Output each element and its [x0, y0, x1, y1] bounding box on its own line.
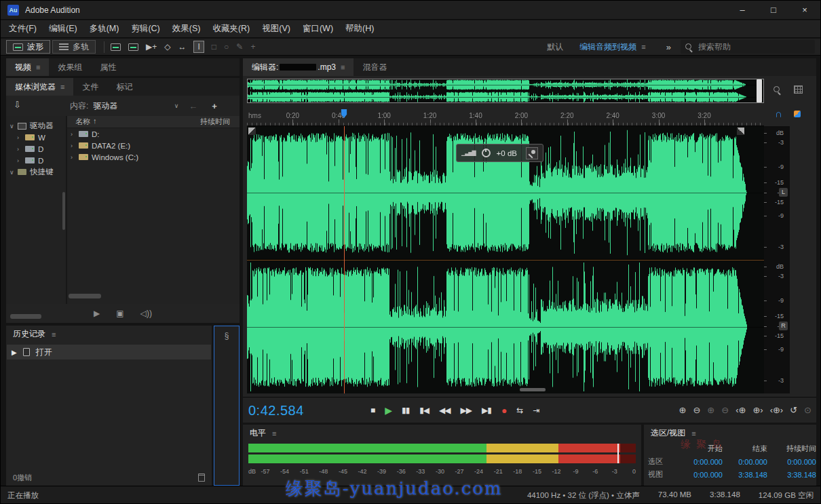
skip-selection-button[interactable]: ⇥ — [533, 406, 539, 415]
media-list-item-Windows (C:)[interactable]: ›Windows (C:) — [67, 151, 240, 163]
waveform-view-button[interactable]: 波形 — [6, 40, 50, 54]
lasso-selection-tool-button[interactable]: ○ — [224, 41, 229, 52]
selection-duration-value[interactable]: 0:00.000 — [767, 458, 816, 466]
menu-item-文件(F)[interactable]: 文件(F) — [3, 23, 43, 35]
panel-menu-icon[interactable]: ≡ — [272, 429, 276, 438]
selection-end-value[interactable]: 0:00.000 — [723, 458, 767, 466]
workspace-menu-icon[interactable]: ≡ — [641, 43, 645, 51]
import-icon[interactable]: ⇩ — [14, 100, 21, 110]
tree-item-W[interactable]: ›W — [6, 132, 64, 143]
view-start-value[interactable]: 0:00.000 — [679, 471, 723, 479]
tree-scrollbar[interactable] — [10, 314, 41, 319]
record-button[interactable]: ● — [501, 405, 506, 416]
zoom-out-time-button[interactable]: ⊖ — [693, 405, 700, 415]
menu-item-收藏夹(R)[interactable]: 收藏夹(R) — [206, 23, 256, 35]
overview-zoom-icon[interactable] — [774, 85, 782, 94]
fast-forward-button[interactable]: ▶▶ — [461, 406, 472, 415]
help-search-box[interactable] — [681, 40, 815, 54]
workspace-overflow-button[interactable]: » — [666, 42, 671, 52]
menu-item-剪辑(C)[interactable]: 剪辑(C) — [125, 23, 166, 35]
minimize-button[interactable]: – — [727, 1, 758, 19]
tab-video[interactable]: 视频 ≡ — [6, 58, 49, 76]
tab-effects-rack[interactable]: 效果组 — [49, 58, 91, 76]
ibeam-tool-button[interactable]: I — [193, 41, 204, 53]
vertical-scrollbar[interactable] — [62, 192, 65, 230]
workspace-default[interactable]: 默认 — [547, 41, 563, 53]
view-range-handle[interactable] — [757, 79, 762, 102]
spot-healing-tool-button[interactable]: + — [250, 41, 255, 52]
channel-badge-L[interactable]: L — [779, 188, 788, 197]
timeline-ruler[interactable]: hms 0:200:401:001:201:402:002:202:403:00… — [247, 107, 764, 126]
menu-item-效果(S)[interactable]: 效果(S) — [166, 23, 207, 35]
zoom-out-amplitude-button[interactable]: ⊖ — [721, 405, 729, 415]
channel-badge-R[interactable]: R — [779, 322, 788, 330]
maximize-button[interactable]: □ — [758, 1, 789, 19]
tab-files[interactable]: 文件 — [73, 78, 107, 96]
close-button[interactable]: × — [789, 1, 820, 19]
zoom-to-out-point-button[interactable]: ⊕› — [752, 405, 763, 415]
menu-item-编辑(E)[interactable]: 编辑(E) — [43, 23, 83, 35]
overview-canvas[interactable] — [247, 79, 764, 103]
pause-button[interactable]: ▮▮ — [402, 406, 409, 415]
tab-properties[interactable]: 属性 — [91, 58, 125, 76]
grid-view-icon[interactable] — [794, 85, 803, 94]
spectral-display-button[interactable] — [128, 43, 138, 51]
waveform-display[interactable]: ▁▃▅▇ +0 dB — [247, 126, 764, 393]
preview-volume-button[interactable]: ◁)) — [140, 309, 152, 318]
zoom-to-selection-button[interactable]: ‹⊕› — [770, 405, 784, 415]
import-tray-button[interactable]: ▣ — [116, 309, 123, 318]
pin-icon[interactable] — [526, 147, 538, 159]
zoom-in-amplitude-button[interactable]: ⊕ — [707, 405, 714, 415]
selection-start-value[interactable]: 0:00.000 — [679, 458, 723, 466]
headphones-icon[interactable]: ∩ — [775, 110, 782, 118]
time-selection-tool-button[interactable]: ↔ — [178, 41, 186, 52]
autoplay-button[interactable]: ▶ — [94, 309, 100, 318]
tab-mixer[interactable]: 混音器 — [354, 58, 396, 76]
column-name-header[interactable]: 名称 ↑ — [67, 117, 200, 127]
back-button[interactable]: ← — [189, 101, 197, 111]
menu-item-窗口(W)[interactable]: 窗口(W) — [297, 23, 339, 35]
media-list-item-D:[interactable]: ›D: — [67, 128, 240, 140]
multitrack-view-button[interactable]: 多轨 — [52, 40, 96, 54]
fade-out-handle[interactable] — [737, 128, 744, 135]
history-item-open[interactable]: ▶ 打开 — [7, 345, 211, 360]
brush-selection-tool-button[interactable]: ✎ — [236, 41, 243, 52]
volume-knob[interactable] — [482, 149, 491, 157]
rewind-button[interactable]: ◀◀ — [439, 406, 450, 415]
razor-tool-button[interactable]: ◇ — [164, 41, 170, 52]
panel-menu-icon[interactable]: ≡ — [60, 83, 64, 91]
horizontal-scrollbar[interactable] — [69, 294, 101, 298]
media-list-item-DATA2 (E:)[interactable]: ›DATA2 (E:) — [67, 140, 240, 151]
menu-item-视图(V)[interactable]: 视图(V) — [256, 23, 297, 35]
tab-editor[interactable]: 编辑器:.mp3 ≡ — [243, 58, 354, 76]
panel-menu-icon[interactable]: ≡ — [691, 429, 695, 438]
volume-hud[interactable]: ▁▃▅▇ +0 dB — [456, 144, 543, 162]
playhead-line[interactable] — [344, 126, 345, 393]
trash-icon[interactable] — [198, 473, 205, 482]
collapsed-panel[interactable]: § — [214, 326, 240, 486]
zoom-in-time-button[interactable]: ⊕ — [679, 405, 687, 415]
zoom-to-in-point-button[interactable]: ‹⊕ — [736, 405, 746, 415]
stop-button[interactable]: ■ — [370, 406, 375, 415]
content-dropdown[interactable]: 驱动器 ∨ — [93, 100, 178, 112]
marquee-selection-tool-button[interactable]: □ — [212, 41, 216, 52]
waveform-overview[interactable] — [247, 79, 764, 103]
view-end-value[interactable]: 3:38.148 — [723, 471, 767, 479]
tree-item-驱动器[interactable]: ∨驱动器 — [6, 120, 64, 132]
workspace-current[interactable]: 编辑音频到视频 ≡ — [579, 41, 645, 53]
panel-menu-icon[interactable]: ≡ — [52, 330, 56, 338]
reset-zoom-button[interactable]: ↺ — [790, 405, 797, 415]
tab-markers[interactable]: 标记 — [107, 78, 141, 96]
tree-item-快捷键[interactable]: ∨快捷键 — [6, 166, 64, 178]
column-duration-header[interactable]: 持续时间 — [200, 117, 230, 127]
fade-in-handle[interactable] — [248, 128, 256, 135]
move-tool-button[interactable]: ▶+ — [146, 41, 157, 52]
skip-to-start-button[interactable]: ▮◀ — [419, 406, 429, 415]
skip-to-end-button[interactable]: ▶▮ — [482, 406, 491, 415]
menu-item-多轨(M)[interactable]: 多轨(M) — [83, 23, 126, 35]
zoom-settings-button[interactable]: ⊙ — [804, 405, 812, 415]
marker-flag-icon[interactable] — [794, 111, 801, 117]
play-button[interactable]: ▶ — [385, 405, 392, 416]
time-display[interactable]: 0:42.584 — [248, 403, 304, 419]
editor-menu-icon[interactable]: ≡ — [341, 63, 345, 71]
